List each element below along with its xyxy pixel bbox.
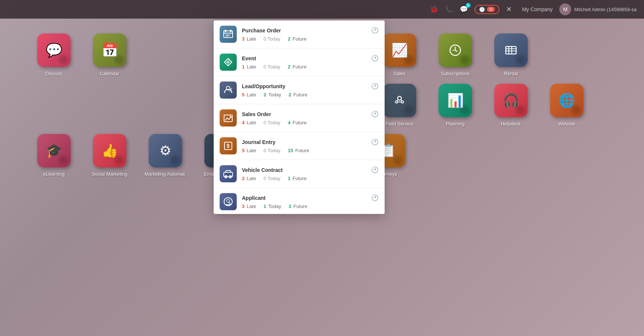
activity-row-journal-entry[interactable]: $ Journal Entry 🕐 5 Late 0 Today: [214, 132, 385, 160]
activity-count: 32: [487, 7, 495, 12]
user-menu[interactable]: M Mitchell Admin (14589858-sa: [559, 3, 637, 15]
topbar: 🐞 📞 💬 5 🕐 32 ✕ My Company M Mitchell Adm…: [0, 0, 644, 19]
svg-line-10: [397, 100, 398, 101]
event-today: 0 Today: [263, 64, 280, 70]
svg-rect-14: [225, 30, 226, 32]
sales-order-icon: [220, 109, 237, 127]
activity-list[interactable]: Purchase Order 🕐 3 Late 0 Today 2 Future: [214, 20, 385, 214]
event-icon: [220, 54, 237, 71]
activity-row-applicant[interactable]: Applicant 🕐 3 Late 1 Today 3 Future: [214, 188, 385, 214]
calendar-icon: 📅: [93, 33, 126, 67]
app-item-calendar[interactable]: 📅 Calendar: [85, 33, 134, 76]
elearning-icon: 🎓: [37, 134, 71, 167]
svg-rect-19: [224, 115, 232, 122]
fieldservice-icon: [383, 84, 416, 117]
website-label: Website: [558, 121, 576, 127]
lead-clock-icon: 🕐: [371, 83, 379, 90]
purchase-order-clock-icon: 🕐: [371, 27, 379, 34]
avatar: M: [559, 3, 571, 15]
sales-order-today: 0 Today: [263, 120, 280, 125]
app-item-rental[interactable]: Rental: [487, 33, 535, 76]
sales-icon: 📈: [383, 33, 416, 67]
svg-rect-1: [506, 47, 516, 54]
vehicle-clock-icon: 🕐: [371, 166, 379, 173]
activity-button[interactable]: 🕐 32: [475, 5, 499, 14]
activity-row-vehicle-contract[interactable]: Vehicle Contract 🕐 2 Late 0 Today 1 Futu…: [214, 160, 385, 188]
lead-late: 5 Late: [242, 92, 256, 97]
applicant-future: 3 Future: [289, 204, 307, 209]
lead-icon: [220, 81, 237, 99]
chat-badge[interactable]: 💬 5: [460, 5, 468, 13]
purchase-order-icon: [220, 26, 237, 43]
purchase-order-late: 3 Late: [242, 36, 256, 42]
event-future: 2 Future: [288, 64, 306, 70]
lead-counts: 5 Late 2 Today 2 Future: [242, 92, 379, 97]
applicant-counts: 3 Late 1 Today 3 Future: [242, 204, 379, 209]
calendar-label: Calendar: [100, 71, 120, 76]
phone-icon[interactable]: 📞: [445, 5, 453, 13]
bug-icon[interactable]: 🐞: [430, 5, 438, 13]
close-icon[interactable]: ✕: [506, 5, 512, 13]
vehicle-contract-info: Vehicle Contract 🕐 2 Late 0 Today 1 Futu…: [242, 166, 379, 181]
rental-label: Rental: [504, 71, 518, 76]
vehicle-contract-name: Vehicle Contract: [242, 167, 283, 173]
journal-clock-icon: 🕐: [371, 138, 379, 145]
marketingauto-icon: ⚙: [149, 134, 182, 167]
event-late: 1 Late: [242, 64, 256, 70]
sales-order-late: 4 Late: [242, 120, 256, 125]
sales-label: Sales: [394, 71, 406, 76]
purchase-order-today: 0 Today: [263, 36, 280, 42]
event-info: Event 🕐 1 Late 0 Today 2 Future: [242, 55, 379, 70]
journal-entry-counts: 5 Late 0 Today 15 Future: [242, 148, 379, 153]
vehicle-contract-icon: [220, 165, 237, 182]
svg-rect-15: [230, 30, 232, 32]
helpdesk-label: Helpdesk: [501, 121, 521, 127]
activity-dropdown: Purchase Order 🕐 3 Late 0 Today 2 Future: [214, 20, 385, 214]
applicant-name: Applicant: [242, 195, 266, 201]
discuss-label: Discuss: [45, 71, 62, 76]
applicant-late: 3 Late: [242, 204, 256, 209]
app-item-subscriptions[interactable]: Subscriptions: [431, 33, 479, 76]
sales-order-name: Sales Order: [242, 111, 271, 117]
app-item-website[interactable]: 🌐 Website: [543, 84, 591, 127]
svg-point-23: [225, 176, 227, 178]
app-item-planning[interactable]: 📊 Planning: [431, 84, 479, 127]
helpdesk-icon: 🎧: [494, 84, 528, 117]
vehicle-late: 2 Late: [242, 176, 256, 181]
journal-late: 5 Late: [242, 148, 256, 153]
svg-line-11: [401, 100, 402, 101]
discuss-icon: 💬: [37, 33, 71, 67]
sales-order-clock-icon: 🕐: [371, 111, 379, 118]
app-item-marketingauto[interactable]: ⚙ Marketing Automat.: [141, 134, 190, 177]
sales-order-future: 4 Future: [288, 120, 306, 125]
activity-row-sales-order[interactable]: Sales Order 🕐 4 Late 0 Today 4 Future: [214, 104, 385, 132]
vehicle-today: 0 Today: [263, 176, 280, 181]
app-item-helpdesk[interactable]: 🎧 Helpdesk: [487, 84, 535, 127]
company-name: My Company: [522, 6, 553, 12]
svg-point-26: [227, 199, 230, 202]
applicant-today: 1 Today: [263, 204, 281, 209]
purchase-order-name: Purchase Order: [242, 28, 281, 33]
app-item-elearning[interactable]: 🎓 eLearning: [30, 134, 78, 177]
user-name: Mitchell Admin (14589858-sa: [574, 7, 637, 12]
sales-order-info: Sales Order 🕐 4 Late 0 Today 4 Future: [242, 111, 379, 125]
journal-entry-info: Journal Entry 🕐 5 Late 0 Today 15 Future: [242, 138, 379, 153]
activity-row-purchase-order[interactable]: Purchase Order 🕐 3 Late 0 Today 2 Future: [214, 20, 385, 48]
purchase-order-counts: 3 Late 0 Today 2 Future: [242, 36, 379, 42]
activity-row-lead[interactable]: Lead/Opportunity 🕐 5 Late 2 Today 2 Futu…: [214, 76, 385, 104]
sales-order-counts: 4 Late 0 Today 4 Future: [242, 120, 379, 125]
elearning-label: eLearning: [43, 171, 65, 177]
app-item-discuss[interactable]: 💬 Discuss: [30, 33, 78, 76]
applicant-clock-icon: 🕐: [371, 194, 379, 201]
activity-clock-icon: 🕐: [479, 7, 485, 12]
socialmarketing-label: Social Marketing: [92, 171, 127, 177]
app-item-socialmarketing[interactable]: 👍 Social Marketing: [85, 134, 134, 177]
rental-icon: [494, 33, 528, 67]
svg-point-24: [229, 176, 232, 178]
purchase-order-info: Purchase Order 🕐 3 Late 0 Today 2 Future: [242, 27, 379, 42]
planning-label: Planning: [446, 121, 465, 127]
svg-point-8: [401, 101, 404, 103]
activity-row-event[interactable]: Event 🕐 1 Late 0 Today 2 Future: [214, 48, 385, 76]
purchase-order-future: 2 Future: [288, 36, 306, 42]
journal-entry-name: Journal Entry: [242, 139, 275, 145]
